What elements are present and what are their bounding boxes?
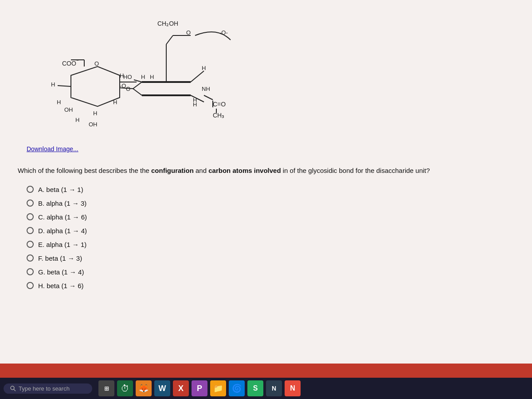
radio-B[interactable] — [27, 200, 34, 207]
molecule-diagram: COO ⁻ H O H OH H H OH H H — [27, 13, 275, 144]
radio-F[interactable] — [27, 254, 34, 262]
svg-line-6 — [58, 86, 71, 86]
taskbar-browser-icon[interactable]: ⏱ — [117, 380, 133, 396]
taskbar-firefox-icon[interactable]: 🦊 — [136, 380, 152, 396]
svg-text:H: H — [75, 117, 79, 123]
svg-text:CH₃: CH₃ — [213, 112, 224, 119]
option-G-label: G. beta (1 → 4) — [38, 268, 84, 276]
radio-G[interactable] — [27, 268, 34, 275]
radio-E[interactable] — [27, 241, 34, 248]
option-F-label: F. beta (1 → 3) — [38, 254, 82, 262]
option-E[interactable]: E. alpha (1 → 1) — [27, 241, 514, 248]
taskbar-word-icon[interactable]: W — [154, 380, 170, 396]
option-H[interactable]: H. beta (1 → 6) — [27, 282, 514, 289]
taskbar-p-icon[interactable]: P — [192, 380, 207, 396]
option-D-label: D. alpha (1 → 4) — [38, 227, 87, 235]
option-A[interactable]: A. beta (1 → 1) — [27, 186, 514, 193]
svg-text:O: O — [94, 60, 99, 67]
radio-C[interactable] — [27, 213, 34, 220]
option-D[interactable]: D. alpha (1 → 4) — [27, 227, 514, 235]
taskbar-edge-icon[interactable]: 🌀 — [229, 380, 245, 396]
svg-text:H: H — [93, 110, 97, 117]
main-content: COO ⁻ H O H OH H H OH H H — [0, 0, 532, 364]
svg-text:⁻: ⁻ — [76, 59, 79, 64]
option-G[interactable]: G. beta (1 → 4) — [27, 268, 514, 276]
taskbar-search[interactable]: Type here to search — [4, 383, 92, 394]
taskbar-s-icon[interactable]: S — [247, 380, 263, 396]
svg-text:H: H — [193, 101, 197, 108]
svg-text:NH: NH — [202, 86, 210, 92]
svg-text:-O: -O — [120, 82, 126, 89]
svg-text:H: H — [57, 99, 61, 106]
taskbar-x-icon[interactable]: X — [173, 380, 189, 396]
molecule-area: COO ⁻ H O H OH H H OH H H — [18, 9, 514, 161]
search-placeholder: Type here to search — [19, 385, 70, 392]
taskbar-desk-icon[interactable]: ⊞ — [98, 380, 114, 396]
svg-line-19 — [191, 71, 204, 82]
taskbar-n-icon[interactable]: N — [266, 380, 282, 396]
taskbar-icons: ⊞ ⏱ 🦊 W X P 📁 🌀 S N N — [98, 380, 301, 396]
svg-text:H: H — [202, 65, 206, 71]
svg-text:C=O: C=O — [213, 101, 226, 108]
radio-D[interactable] — [27, 227, 34, 234]
svg-text:OH: OH — [64, 106, 73, 113]
option-C[interactable]: C. alpha (1 → 6) — [27, 213, 514, 221]
svg-text:-O-: -O- — [219, 29, 228, 36]
svg-marker-0 — [71, 66, 120, 106]
search-icon — [10, 385, 16, 391]
svg-text:O: O — [186, 29, 191, 36]
svg-text:CH₂OH: CH₂OH — [157, 20, 178, 27]
taskbar-n2-icon[interactable]: N — [285, 380, 301, 396]
svg-line-38 — [204, 95, 213, 100]
taskbar-folder-icon[interactable]: 📁 — [210, 380, 226, 396]
radio-H[interactable] — [27, 282, 34, 289]
option-A-label: A. beta (1 → 1) — [38, 186, 83, 193]
options-list: A. beta (1 → 1) B. alpha (1 → 3) C. alph… — [27, 186, 514, 289]
svg-text:COO: COO — [62, 60, 76, 67]
option-B-label: B. alpha (1 → 3) — [38, 200, 86, 207]
svg-line-18 — [133, 89, 142, 95]
download-image-link[interactable]: Download Image... — [27, 145, 78, 153]
option-E-label: E. alpha (1 → 1) — [38, 241, 86, 248]
option-C-label: C. alpha (1 → 6) — [38, 213, 87, 221]
option-B[interactable]: B. alpha (1 → 3) — [27, 200, 514, 207]
svg-text:H: H — [51, 81, 55, 88]
svg-text:H: H — [113, 99, 117, 106]
question-text: Which of the following best describes th… — [18, 166, 452, 176]
option-F[interactable]: F. beta (1 → 3) — [27, 254, 514, 262]
svg-text:OH: OH — [89, 121, 98, 128]
svg-text:H: H — [150, 74, 154, 80]
svg-text:HO: HO — [123, 74, 132, 80]
radio-A[interactable] — [27, 186, 34, 193]
svg-line-45 — [14, 389, 16, 391]
svg-text:H: H — [141, 74, 145, 80]
svg-line-17 — [133, 82, 142, 89]
svg-point-44 — [11, 386, 14, 390]
taskbar: Type here to search ⊞ ⏱ 🦊 W X P 📁 🌀 S N … — [0, 378, 532, 399]
svg-line-24 — [166, 35, 173, 44]
option-H-label: H. beta (1 → 6) — [38, 282, 84, 289]
